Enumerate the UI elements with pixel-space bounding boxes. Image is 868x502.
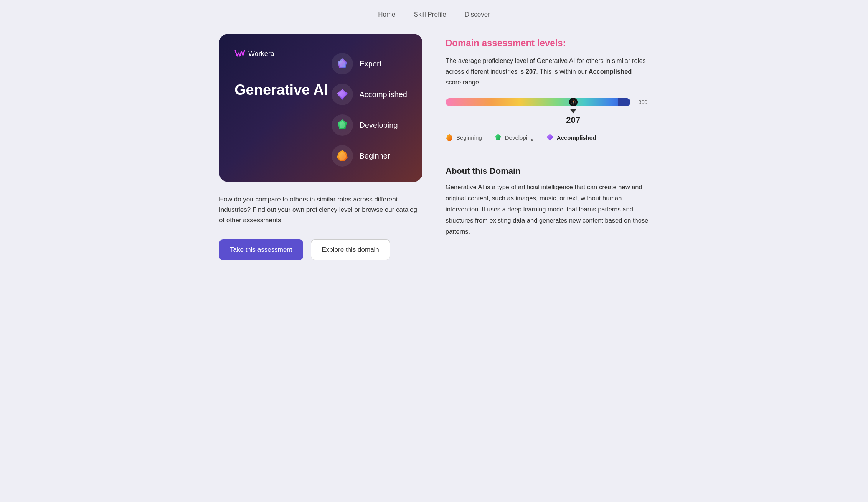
compass-icon	[571, 99, 576, 105]
card-left: Workera Generative AI	[234, 49, 328, 99]
about-title: About this Domain	[446, 166, 649, 176]
level-beginner-label: Beginner	[359, 152, 390, 160]
score-bar-container: 207 300	[446, 98, 630, 106]
gem-expert-icon	[332, 53, 353, 74]
left-column: Workera Generative AI	[219, 34, 422, 260]
gem-beginner-icon	[332, 145, 353, 167]
gem-accomplished-icon	[332, 84, 353, 105]
proficiency-description: The average proficiency level of Generat…	[446, 55, 649, 88]
domain-title: Generative AI	[234, 81, 328, 99]
domain-card: Workera Generative AI	[219, 34, 422, 182]
score-pointer: 207	[566, 108, 580, 125]
right-column: Domain assessment levels: The average pr…	[446, 34, 649, 237]
card-levels: Expert	[332, 49, 407, 167]
proficiency-text-suffix: score range.	[446, 79, 481, 86]
level-expert-label: Expert	[359, 59, 381, 68]
about-text: Generative AI is a type of artificial in…	[446, 182, 649, 237]
gem-beginning-legend-icon	[446, 134, 453, 141]
action-buttons: Take this assessment Explore this domain	[219, 239, 422, 260]
score-bar-track	[446, 98, 630, 106]
take-assessment-button[interactable]: Take this assessment	[219, 239, 303, 260]
level-accomplished: Accomplished	[332, 84, 407, 105]
nav-discover[interactable]: Discover	[465, 11, 490, 18]
level-accomplished-label: Accomplished	[359, 90, 407, 99]
assessment-levels-title: Domain assessment levels:	[446, 38, 649, 48]
navigation: Home Skill Profile Discover	[0, 0, 868, 26]
legend-accomplished-label: Accomplished	[557, 134, 596, 141]
workera-logo: Workera	[234, 49, 328, 58]
score-legend: Beginning Developing	[446, 134, 649, 141]
svg-marker-13	[546, 134, 553, 141]
workera-logo-icon	[234, 49, 245, 58]
level-beginner: Beginner	[332, 145, 407, 167]
legend-accomplished: Accomplished	[546, 134, 596, 141]
section-divider	[446, 154, 649, 154]
description-text: How do you compare to others in similar …	[219, 194, 422, 226]
svg-marker-11	[446, 134, 452, 141]
gem-accomplished-legend-icon	[546, 134, 554, 141]
gem-developing-legend-icon	[494, 134, 502, 141]
proficiency-text-mid: . This is within our	[536, 68, 588, 75]
legend-developing: Developing	[494, 134, 534, 141]
gem-developing-icon	[332, 114, 353, 136]
proficiency-range: Accomplished	[589, 68, 632, 75]
nav-home[interactable]: Home	[378, 11, 395, 18]
explore-domain-button[interactable]: Explore this domain	[311, 239, 390, 260]
score-max-label: 300	[639, 98, 647, 106]
legend-beginning-label: Beginning	[456, 134, 482, 141]
main-content: Workera Generative AI	[204, 26, 664, 283]
score-value: 207	[566, 115, 580, 125]
svg-marker-12	[495, 134, 501, 140]
legend-developing-label: Developing	[505, 134, 534, 141]
level-developing-label: Developing	[359, 121, 398, 130]
proficiency-score: 207	[526, 68, 536, 75]
level-expert: Expert	[332, 53, 407, 74]
level-developing: Developing	[332, 114, 407, 136]
logo-text: Workera	[248, 50, 274, 58]
legend-beginning: Beginning	[446, 134, 482, 141]
nav-skill-profile[interactable]: Skill Profile	[414, 11, 446, 18]
